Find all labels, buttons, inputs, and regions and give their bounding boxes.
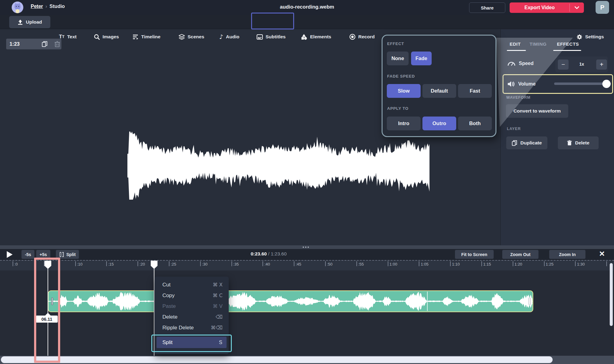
- zoom-in-button[interactable]: Zoom In: [549, 250, 585, 259]
- toolbar-scenes[interactable]: Scenes: [179, 32, 204, 41]
- fade-speed-default-button[interactable]: Default: [422, 84, 456, 98]
- tab-edit[interactable]: EDIT: [510, 41, 521, 47]
- ruler-tick: [106, 261, 107, 266]
- apply-to-section-label: APPLY TO: [387, 106, 409, 111]
- timeline-hscrollbar-thumb[interactable]: [1, 356, 553, 363]
- context-menu-item-cut[interactable]: Cut⌘ X: [154, 279, 229, 290]
- apply-intro-button[interactable]: Intro: [387, 117, 421, 130]
- speed-increase-button[interactable]: +: [596, 59, 607, 70]
- breadcrumb-user-link[interactable]: Peter: [31, 4, 43, 9]
- search-icon: [94, 34, 100, 40]
- back-5s-button[interactable]: -5s: [21, 250, 34, 259]
- timeline-hscrollbar-track[interactable]: [0, 356, 614, 364]
- audio-clip[interactable]: [48, 290, 533, 312]
- context-menu-item-copy[interactable]: Copy⌘ C: [154, 290, 229, 301]
- context-menu-item-delete[interactable]: Delete⌫: [154, 312, 229, 322]
- apply-both-button[interactable]: Both: [458, 117, 492, 130]
- layer-duration: 1:23: [10, 41, 20, 47]
- copy-layer-button[interactable]: [42, 41, 48, 47]
- ruler-tick-label: :55: [358, 262, 364, 266]
- gear-icon: [577, 34, 582, 40]
- play-button[interactable]: [7, 251, 13, 258]
- menu-item-label: Paste: [162, 303, 176, 309]
- timeline-controls-bar: -5s +5s Split 0:23.60 / 1:23.60 Fit to S…: [0, 249, 614, 260]
- ruler-tick-label: 1:20: [515, 262, 522, 266]
- ruler-tick-label: 1:25: [546, 262, 554, 266]
- convert-to-waveform-button[interactable]: Convert to waveform: [506, 104, 568, 118]
- clip-trim-handle-right[interactable]: [529, 297, 530, 305]
- split-button[interactable]: Split: [56, 250, 79, 259]
- timeline-resize-handle[interactable]: [0, 245, 614, 249]
- elements-label: Elements: [310, 34, 331, 40]
- menu-item-shortcut: ⌘⌫: [211, 325, 223, 331]
- subtitles-label: Subtitles: [266, 34, 286, 40]
- breadcrumb-separator: ›: [45, 4, 47, 9]
- fade-speed-fast-button[interactable]: Fast: [458, 84, 492, 98]
- delete-layer-sidebar-button[interactable]: Delete: [558, 136, 599, 149]
- effect-fade-button[interactable]: Fade: [411, 52, 432, 65]
- menu-item-label: Delete: [162, 314, 177, 320]
- context-menu-item-ripple-delete[interactable]: Ripple Delete⌘⌫: [154, 322, 229, 333]
- effect-none-button[interactable]: None: [387, 52, 409, 65]
- toolbar-settings[interactable]: Settings: [577, 32, 604, 41]
- share-button[interactable]: Share: [469, 2, 505, 13]
- toolbar-timeline[interactable]: Timeline: [133, 32, 161, 41]
- toolbar-images[interactable]: Images: [94, 32, 119, 41]
- ruler-tick-label: :40: [264, 262, 270, 266]
- timeline-ruler[interactable]: :0:05:10:15:20:25:30:35:40:45:50:551:001…: [0, 260, 614, 270]
- export-video-button[interactable]: Export Video: [510, 2, 584, 13]
- export-options-button[interactable]: [570, 2, 584, 13]
- preview-audio-waveform: [127, 130, 430, 201]
- fade-effect-popup: EFFECT None Fade FADE SPEED Slow Default…: [382, 35, 496, 137]
- clip-waveform: [49, 291, 533, 312]
- cat-avatar-icon: [12, 2, 23, 13]
- toolbar-text[interactable]: TT Text: [59, 32, 76, 41]
- video-editor-app: Peter › Studio audio-recording.webm Shar…: [0, 0, 614, 364]
- ruler-tick-label: :25: [171, 262, 176, 266]
- context-menu-split[interactable]: Split S: [157, 337, 227, 348]
- menu-item-label: Copy: [162, 293, 175, 299]
- ruler-tick: [544, 261, 545, 266]
- speed-decrease-button[interactable]: −: [558, 59, 569, 70]
- profile-avatar[interactable]: P: [596, 1, 609, 14]
- waveform-section-label: WAVEFORM: [506, 95, 530, 100]
- ruler-tick: [481, 261, 482, 266]
- ruler-tick-label: :50: [327, 262, 332, 266]
- fit-to-screen-button[interactable]: Fit to Screen: [455, 250, 494, 259]
- tab-timing[interactable]: TIMING: [530, 41, 547, 47]
- forward-5s-button[interactable]: +5s: [36, 250, 50, 259]
- close-timeline-button[interactable]: ×: [599, 248, 605, 259]
- apply-outro-button[interactable]: Outro: [422, 117, 456, 130]
- settings-label: Settings: [585, 34, 604, 40]
- trash-icon: [567, 140, 572, 146]
- tab-effects[interactable]: EFFECTS: [557, 41, 579, 47]
- duplicate-icon: [512, 140, 517, 146]
- speed-gauge-icon: [507, 61, 515, 66]
- user-avatar[interactable]: [12, 2, 23, 13]
- delete-layer-button[interactable]: [54, 41, 60, 47]
- upload-button[interactable]: Upload: [9, 16, 50, 28]
- audio-label: Audio: [226, 34, 239, 40]
- speed-row-label: Speed: [507, 61, 534, 66]
- zoom-out-button[interactable]: Zoom Out: [502, 250, 538, 259]
- upload-label: Upload: [26, 19, 42, 25]
- duplicate-layer-button[interactable]: Duplicate: [506, 136, 547, 149]
- layer-section-label: LAYER: [507, 127, 521, 131]
- timeline-label: Timeline: [141, 34, 161, 40]
- record-icon: [349, 34, 356, 40]
- top-bar: Peter › Studio audio-recording.webm Shar…: [0, 0, 614, 15]
- timeline-vscrollbar[interactable]: [610, 263, 613, 326]
- menu-item-label: Cut: [162, 282, 170, 288]
- toolbar-elements[interactable]: Elements: [301, 32, 331, 41]
- timeline-track-area[interactable]: [0, 270, 614, 356]
- ruler-tick: [262, 261, 263, 266]
- copy-icon: [42, 41, 48, 47]
- toolbar-subtitles[interactable]: Subtitles: [257, 32, 286, 41]
- clip-split-boundary: [427, 292, 428, 311]
- time-separator: /: [267, 251, 271, 256]
- fade-speed-slow-button[interactable]: Slow: [387, 84, 421, 98]
- toolbar-audio[interactable]: ♪ Audio: [219, 32, 239, 41]
- clip-trim-handle-left[interactable]: [51, 297, 53, 305]
- text-label: Text: [67, 34, 77, 40]
- toolbar-record[interactable]: Record: [349, 32, 375, 41]
